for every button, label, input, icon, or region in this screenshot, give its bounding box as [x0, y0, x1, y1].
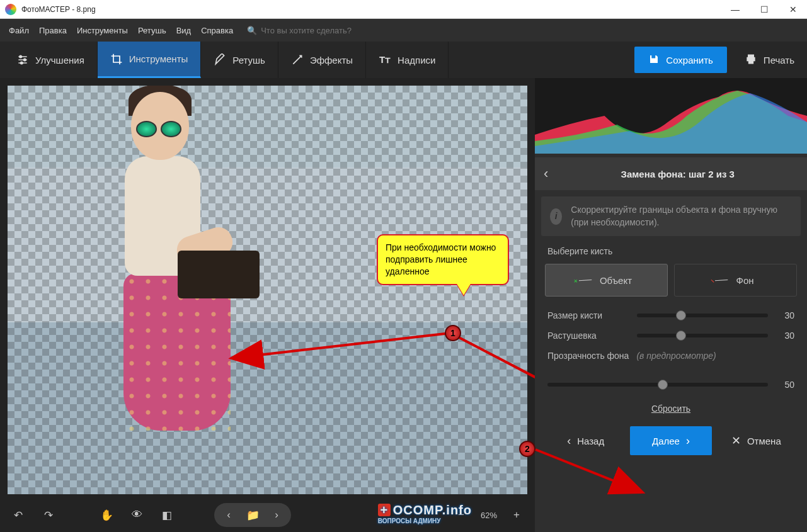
opacity-hint: (в предпросмотре) — [636, 351, 716, 361]
panel-info-text: Скорректируйте границы объекта и фона вр… — [571, 204, 792, 229]
tab-text-label: Надписи — [398, 55, 435, 65]
brush-object-button[interactable]: ／+ Объект — [545, 264, 668, 297]
menu-edit[interactable]: Правка — [39, 26, 67, 35]
tab-enhance[interactable]: Улучшения — [4, 42, 98, 78]
svg-point-0 — [20, 55, 21, 57]
photo-background — [8, 86, 527, 494]
next-image-button[interactable]: › — [266, 504, 287, 526]
window-minimize-button[interactable]: — — [726, 4, 744, 14]
feather-label: Растушевка — [547, 331, 629, 341]
window-close-button[interactable]: ✕ — [784, 4, 802, 14]
window-title: ФотоМАСТЕР - 8.png — [21, 5, 726, 14]
search-icon: 🔍 — [247, 26, 257, 35]
panel-nav-row: ‹ Назад Далее › ✕ Отмена — [535, 426, 807, 464]
annotation-marker-2: 2 — [519, 441, 535, 457]
nav-next-button[interactable]: Далее › — [630, 426, 711, 455]
canvas-area: При необходимости можно подправить лишне… — [0, 78, 535, 532]
menu-help[interactable]: Справка — [201, 26, 233, 35]
brush-object-label: Объект — [600, 275, 632, 286]
brush-object-icon: ／+ — [577, 271, 596, 290]
crop-icon — [110, 53, 123, 65]
tab-effects-label: Эффекты — [310, 55, 353, 65]
hand-tool-button[interactable]: ✋ — [96, 504, 117, 526]
compare-button[interactable]: 👁 — [126, 504, 147, 526]
toolbar: Улучшения Инструменты Ретушь Эффекты Tᴛ … — [0, 42, 807, 78]
tab-retouch[interactable]: Ретушь — [201, 42, 278, 78]
print-icon — [745, 53, 757, 67]
menu-file[interactable]: Файл — [9, 26, 29, 35]
save-label: Сохранить — [666, 55, 713, 65]
sliders-icon — [16, 54, 29, 66]
close-icon: ✕ — [731, 434, 741, 448]
opacity-row: Прозрачность фона (в предпросмотре) 50 — [535, 346, 807, 395]
print-button[interactable]: Печать — [732, 42, 807, 78]
panel-title: Замена фона: шаг 2 из 3 — [557, 169, 798, 179]
brush-size-row: Размер кисти 30 — [535, 305, 807, 325]
split-view-button[interactable]: ◧ — [156, 504, 178, 526]
tab-tools-label: Инструменты — [129, 54, 188, 64]
feather-value: 30 — [776, 331, 794, 341]
svg-point-2 — [21, 62, 23, 64]
zoom-in-button[interactable]: + — [506, 504, 527, 526]
print-label: Печать — [764, 55, 794, 65]
opacity-slider[interactable] — [547, 383, 768, 387]
opacity-value: 50 — [776, 380, 794, 390]
brush-size-label: Размер кисти — [547, 310, 629, 320]
save-icon — [648, 54, 660, 67]
brush-size-value: 30 — [776, 310, 794, 320]
watermark: +OCOMP.info ВОПРОСЫ АДМИНУ — [378, 503, 472, 524]
histogram — [535, 78, 807, 154]
tab-text[interactable]: Tᴛ Надписи — [366, 42, 449, 78]
panel-header: ‹ Замена фона: шаг 2 из 3 — [535, 157, 807, 190]
redo-button[interactable]: ↷ — [38, 504, 59, 526]
save-button[interactable]: Сохранить — [634, 47, 727, 73]
side-panel: ‹ Замена фона: шаг 2 из 3 i Скорректируй… — [535, 78, 807, 532]
file-nav-group: ‹ 📁 › — [214, 503, 291, 527]
tab-retouch-label: Ретушь — [232, 55, 265, 65]
svg-point-1 — [24, 59, 26, 60]
panel-info-box: i Скорректируйте границы объекта и фона … — [541, 196, 801, 236]
menu-retouch[interactable]: Ретушь — [138, 26, 166, 35]
watermark-plus-icon: + — [378, 504, 391, 516]
tab-enhance-label: Улучшения — [35, 55, 84, 65]
brush-size-slider[interactable] — [637, 314, 768, 317]
nav-cancel-button[interactable]: ✕ Отмена — [716, 426, 797, 455]
search-box[interactable]: 🔍 — [247, 26, 399, 35]
annotation-callout: При необходимости можно подправить лишне… — [377, 234, 509, 285]
choose-brush-label: Выберите кисть — [535, 242, 807, 260]
tab-tools[interactable]: Инструменты — [98, 42, 202, 78]
chevron-left-icon: ‹ — [567, 434, 571, 448]
brush-background-button[interactable]: ／− Фон — [674, 264, 797, 297]
search-input[interactable] — [261, 26, 399, 35]
feather-row: Растушевка 30 — [535, 325, 807, 346]
window-maximize-button[interactable]: ☐ — [755, 4, 773, 14]
brush-background-icon: ／− — [714, 271, 733, 290]
photo-subject — [102, 87, 266, 494]
annotation-marker-1: 1 — [445, 325, 461, 341]
wand-icon — [291, 54, 304, 66]
zoom-level: 62% — [481, 511, 497, 520]
app-logo-icon — [5, 4, 16, 15]
info-icon: i — [550, 208, 562, 225]
opacity-label: Прозрачность фона — [547, 351, 629, 361]
nav-back-button[interactable]: ‹ Назад — [545, 426, 626, 455]
brush-icon — [214, 54, 226, 66]
feather-slider[interactable] — [637, 334, 768, 337]
menu-bar: Файл Правка Инструменты Ретушь Вид Справ… — [0, 19, 807, 42]
image-canvas[interactable] — [8, 86, 527, 494]
brush-background-label: Фон — [736, 275, 753, 286]
undo-button[interactable]: ↶ — [8, 504, 29, 526]
chevron-right-icon: › — [686, 434, 690, 448]
open-folder-button[interactable]: 📁 — [242, 504, 263, 526]
tab-effects[interactable]: Эффекты — [278, 42, 366, 78]
menu-tools[interactable]: Инструменты — [77, 26, 128, 35]
annotation-callout-text: При необходимости можно подправить лишне… — [386, 242, 496, 276]
text-icon: Tᴛ — [379, 54, 391, 66]
window-titlebar: ФотоМАСТЕР - 8.png — ☐ ✕ — [0, 0, 807, 19]
prev-image-button[interactable]: ‹ — [218, 504, 239, 526]
reset-link[interactable]: Сбросить — [651, 404, 690, 414]
panel-back-button[interactable]: ‹ — [544, 166, 548, 182]
menu-view[interactable]: Вид — [176, 26, 192, 35]
